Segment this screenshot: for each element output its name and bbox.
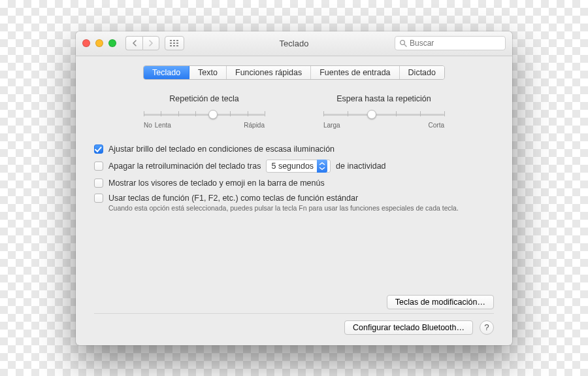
checkbox-icon[interactable]	[94, 145, 103, 154]
bluetooth-keyboard-button[interactable]: Configurar teclado Bluetooth…	[344, 320, 473, 335]
key-repeat-mid: Lenta	[155, 122, 171, 129]
forward-button[interactable]	[142, 36, 159, 50]
svg-rect-2	[176, 40, 178, 41]
opt-backlight-prefix: Apagar la retroiluminación del teclado t…	[108, 162, 261, 171]
delay-max: Corta	[429, 122, 444, 129]
close-button[interactable]	[82, 39, 90, 47]
opt-fn-keys-label: Usar teclas de función (F1, F2, etc.) co…	[108, 194, 358, 203]
checkbox-icon[interactable]	[94, 194, 103, 203]
svg-rect-4	[173, 43, 175, 44]
back-button[interactable]	[125, 36, 142, 50]
delay-min: Larga	[323, 122, 340, 129]
minimize-button[interactable]	[95, 39, 103, 47]
svg-rect-6	[170, 45, 172, 46]
opt-fn-keys[interactable]: Usar teclas de función (F1, F2, etc.) co…	[94, 194, 494, 203]
tab-dictation[interactable]: Dictado	[400, 66, 444, 79]
svg-rect-5	[176, 43, 178, 44]
svg-rect-1	[173, 40, 175, 41]
delay-repeat-slider[interactable]	[323, 107, 444, 122]
opt-show-viewers[interactable]: Mostrar los visores de teclado y emoji e…	[94, 179, 494, 188]
help-icon: ?	[484, 322, 489, 332]
window-controls	[82, 39, 116, 47]
key-repeat-slider[interactable]	[144, 107, 265, 122]
svg-rect-7	[173, 45, 175, 46]
backlight-timeout-select[interactable]: 5 segundos	[266, 160, 331, 173]
delay-repeat-block: Espera hasta la repetición Larga Corta	[323, 94, 444, 129]
key-repeat-min: No	[144, 122, 152, 129]
search-input[interactable]	[410, 39, 501, 48]
opt-backlight-suffix: de inactividad	[336, 162, 385, 171]
opt-show-viewers-label: Mostrar los visores de teclado y emoji e…	[108, 179, 325, 188]
checkbox-icon[interactable]	[94, 179, 103, 188]
zoom-button[interactable]	[108, 39, 116, 47]
modifier-keys-button[interactable]: Teclas de modificación…	[387, 295, 494, 309]
preferences-window: Teclado Teclado Texto Funciones rápidas …	[76, 31, 512, 345]
select-stepper-icon	[317, 160, 327, 173]
backlight-timeout-value: 5 segundos	[271, 162, 314, 171]
key-repeat-label: Repetición de tecla	[144, 94, 265, 103]
opt-auto-brightness[interactable]: Ajustar brillo del teclado en condicione…	[94, 145, 494, 154]
svg-line-10	[404, 44, 406, 46]
search-icon	[399, 39, 407, 47]
tab-shortcuts[interactable]: Funciones rápidas	[227, 66, 311, 79]
key-repeat-max: Rápida	[244, 122, 265, 129]
content-area: Teclado Texto Funciones rápidas Fuentes …	[76, 56, 512, 345]
tab-texto[interactable]: Texto	[189, 66, 227, 79]
checkbox-icon[interactable]	[94, 162, 103, 171]
svg-rect-8	[176, 45, 178, 46]
key-repeat-block: Repetición de tecla No Lenta Rápida	[144, 94, 265, 129]
tab-input-sources[interactable]: Fuentes de entrada	[311, 66, 399, 79]
titlebar: Teclado	[76, 31, 512, 56]
help-button[interactable]: ?	[480, 320, 494, 335]
svg-rect-3	[170, 43, 172, 44]
svg-rect-0	[170, 40, 172, 41]
tab-bar: Teclado Texto Funciones rápidas Fuentes …	[143, 65, 445, 80]
search-field-container[interactable]	[395, 36, 506, 50]
tab-teclado[interactable]: Teclado	[144, 66, 189, 79]
opt-auto-brightness-label: Ajustar brillo del teclado en condicione…	[108, 145, 335, 154]
delay-repeat-label: Espera hasta la repetición	[323, 94, 444, 103]
opt-fn-keys-hint: Cuando esta opción está seleccionada, pu…	[108, 204, 494, 212]
opt-backlight-off[interactable]: Apagar la retroiluminación del teclado t…	[94, 160, 494, 173]
show-all-button[interactable]	[165, 36, 184, 50]
options-list: Ajustar brillo del teclado en condicione…	[94, 145, 494, 212]
